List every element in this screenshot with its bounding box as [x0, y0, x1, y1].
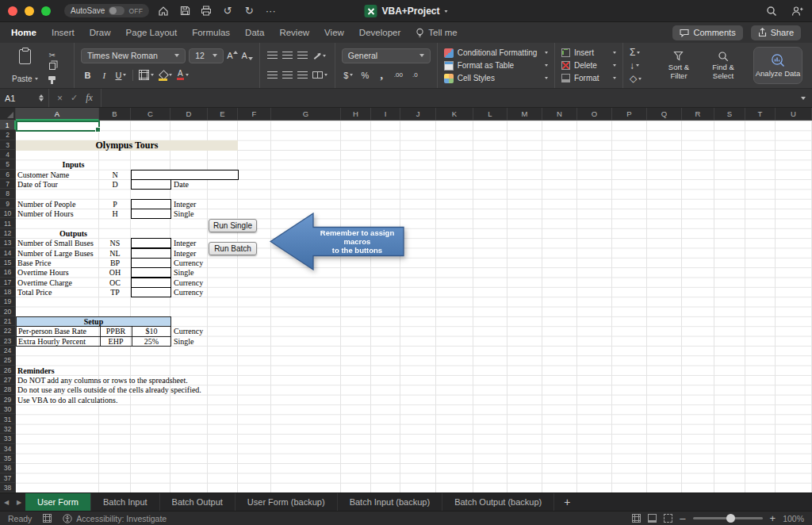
bold-button[interactable]: B: [81, 68, 94, 82]
total-price-output-cell[interactable]: [131, 287, 171, 297]
font-name-select[interactable]: Times New Roman: [81, 48, 186, 63]
share-user-icon[interactable]: [790, 4, 804, 18]
font-color-button[interactable]: A: [176, 68, 190, 82]
cell-label[interactable]: Date of Tour: [17, 179, 58, 190]
name-box-stepper-icon[interactable]: [39, 94, 44, 102]
copy-button[interactable]: [45, 61, 59, 72]
column-header-T[interactable]: T: [745, 108, 776, 121]
inputs-header[interactable]: Inputs: [16, 159, 131, 170]
tab-draw[interactable]: Draw: [90, 28, 111, 37]
row-header-15[interactable]: 15: [0, 258, 16, 267]
minimize-window-button[interactable]: [25, 6, 34, 16]
reminder-line[interactable]: Do not use any cells outside of the cell…: [17, 385, 201, 395]
column-header-J[interactable]: J: [400, 108, 436, 121]
sheet-tab-user-form[interactable]: User Form: [25, 493, 91, 511]
row-header-35[interactable]: 35: [0, 454, 16, 463]
format-as-table-button[interactable]: Format as Table: [444, 59, 548, 71]
tab-formulas[interactable]: Formulas: [192, 28, 230, 37]
merge-center-button[interactable]: [312, 68, 328, 82]
cells-viewport[interactable]: Olympus Tours Inputs Customer Name N Dat…: [16, 121, 812, 492]
formula-bar-expand-icon[interactable]: [801, 97, 806, 100]
paste-button[interactable]: Paste: [10, 46, 40, 85]
row-header-9[interactable]: 9: [0, 199, 16, 209]
column-header-M[interactable]: M: [508, 108, 542, 121]
number-of-hours-input-cell[interactable]: [131, 209, 171, 219]
date-of-tour-input-cell[interactable]: [131, 179, 171, 190]
comma-format-button[interactable]: ,: [375, 68, 389, 82]
font-size-select[interactable]: 12: [189, 48, 224, 63]
column-header-L[interactable]: L: [473, 108, 508, 121]
row-header-27[interactable]: 27: [0, 375, 16, 385]
row-header-34[interactable]: 34: [0, 444, 16, 454]
row-header-2[interactable]: 2: [0, 130, 16, 140]
row-header-1[interactable]: 1: [0, 121, 16, 130]
row-header-7[interactable]: 7: [0, 179, 16, 189]
zoom-level[interactable]: 100%: [783, 514, 804, 523]
column-header-O[interactable]: O: [577, 108, 612, 121]
sheet-tab-batch-input[interactable]: Batch Input: [91, 493, 160, 511]
row-header-13[interactable]: 13: [0, 238, 16, 247]
save-icon[interactable]: [178, 4, 192, 18]
format-painter-button[interactable]: [45, 72, 59, 83]
tab-developer[interactable]: Developer: [359, 28, 400, 37]
column-header-A[interactable]: A: [16, 108, 99, 121]
row-header-6[interactable]: 6: [0, 170, 16, 179]
cancel-icon[interactable]: ×: [57, 93, 63, 104]
accessibility-status[interactable]: Accessibility: Investigate: [63, 514, 167, 523]
print-icon[interactable]: [199, 4, 213, 18]
row-header-25[interactable]: 25: [0, 355, 16, 365]
align-right-button[interactable]: [297, 68, 308, 82]
cell-type[interactable]: Single: [174, 209, 194, 219]
row-header-12[interactable]: 12: [0, 228, 16, 238]
sheet-title-cell[interactable]: Olympus Tours: [16, 140, 238, 151]
autosave-toggle[interactable]: AutoSave OFF: [64, 4, 149, 17]
increase-decimal-button[interactable]: .00: [392, 68, 405, 82]
cell-code[interactable]: NS: [99, 238, 131, 248]
cell-label[interactable]: Number of Hours: [17, 209, 74, 219]
tab-data[interactable]: Data: [245, 28, 264, 37]
name-box[interactable]: A1: [0, 89, 49, 107]
align-bottom-button[interactable]: [297, 49, 308, 63]
borders-button[interactable]: [138, 68, 155, 82]
cell-label[interactable]: Overtime Hours: [17, 267, 69, 278]
cell-type[interactable]: Single: [174, 267, 194, 278]
redo-icon[interactable]: ↻: [242, 5, 256, 17]
overtime-hours-output-cell[interactable]: [131, 267, 171, 278]
reminder-line[interactable]: Use VBA to do all calculations.: [17, 395, 117, 405]
insert-cells-button[interactable]: Insert: [561, 47, 616, 59]
setup-row[interactable]: Per-person Base Rate PPBR $10: [17, 327, 170, 337]
percent-format-button[interactable]: %: [358, 68, 372, 82]
column-header-Q[interactable]: Q: [647, 108, 682, 121]
row-header-17[interactable]: 17: [0, 278, 16, 287]
sort-filter-button[interactable]: Sort & Filter: [660, 47, 698, 84]
row-header-28[interactable]: 28: [0, 385, 16, 394]
close-window-button[interactable]: [8, 6, 17, 16]
row-header-14[interactable]: 14: [0, 248, 16, 258]
undo-icon[interactable]: ↺: [220, 5, 235, 17]
number-format-select[interactable]: General: [342, 48, 431, 63]
tab-page-layout[interactable]: Page Layout: [126, 28, 178, 37]
insert-function-icon[interactable]: fx: [86, 92, 93, 104]
row-header-26[interactable]: 26: [0, 366, 16, 375]
more-toolbar-icon[interactable]: ···: [263, 5, 278, 17]
row-header-5[interactable]: 5: [0, 159, 16, 169]
zoom-slider[interactable]: [693, 517, 763, 519]
setup-row[interactable]: Extra Hourly Percent EHP 25%: [17, 337, 170, 347]
column-header-P[interactable]: P: [612, 108, 647, 121]
zoom-out-icon[interactable]: –: [680, 513, 685, 523]
cell-label[interactable]: Total Price: [17, 287, 52, 297]
italic-button[interactable]: I: [98, 68, 111, 82]
cell-label[interactable]: Number of Small Buses: [17, 238, 94, 248]
add-sheet-button[interactable]: +: [554, 493, 580, 511]
row-header-36[interactable]: 36: [0, 463, 16, 473]
home-icon[interactable]: [156, 4, 170, 18]
row-header-10[interactable]: 10: [0, 209, 16, 218]
column-header-H[interactable]: H: [341, 108, 371, 121]
share-button[interactable]: Share: [751, 25, 801, 40]
grow-font-button[interactable]: A: [227, 51, 238, 60]
align-center-button[interactable]: [282, 68, 293, 82]
select-all-button[interactable]: [0, 108, 16, 121]
setup-table[interactable]: Setup Per-person Base Rate PPBR $10 Extr…: [16, 316, 171, 347]
row-header-21[interactable]: 21: [0, 316, 16, 326]
row-header-29[interactable]: 29: [0, 395, 16, 404]
